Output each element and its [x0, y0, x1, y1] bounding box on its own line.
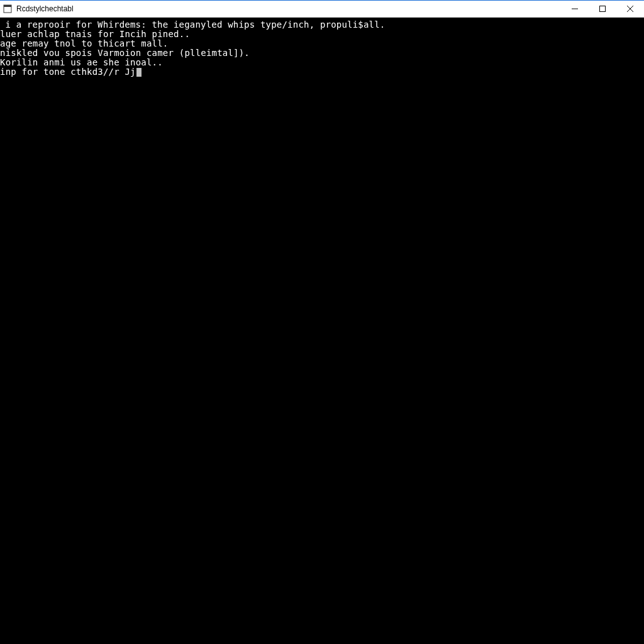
window-controls [561, 1, 644, 17]
console-area[interactable]: ￼i a reprooir for Whirdems: the ieganyle… [0, 18, 644, 644]
close-button[interactable] [616, 1, 644, 17]
text-cursor [136, 68, 142, 77]
console-prompt-line: inp for tone cthkd3//r Jj [0, 67, 641, 77]
console-line-text: inp for tone cthkd3//r Jj [0, 67, 136, 77]
window-frame: Rcdstylchechtabl ￼i a reprooir for Whird… [0, 0, 644, 644]
titlebar[interactable]: Rcdstylchechtabl [0, 0, 644, 18]
console-line: Korilin anmi us ae she inoal.. [0, 58, 641, 67]
console-line: luer achlap tnais for Incih pined.. [0, 30, 641, 39]
minimize-button[interactable] [561, 1, 589, 17]
console-line: age remay tnol to thicart mall. [0, 39, 641, 48]
console-line: ￼i a reprooir for Whirdems: the ieganyle… [0, 20, 641, 30]
svg-rect-1 [4, 5, 11, 7]
console-line: niskled vou spois Varmoion camer (plleim… [0, 48, 641, 58]
app-icon [3, 4, 13, 14]
window-title: Rcdstylchechtabl [16, 5, 74, 13]
maximize-button[interactable] [589, 1, 616, 17]
svg-rect-3 [600, 6, 606, 12]
